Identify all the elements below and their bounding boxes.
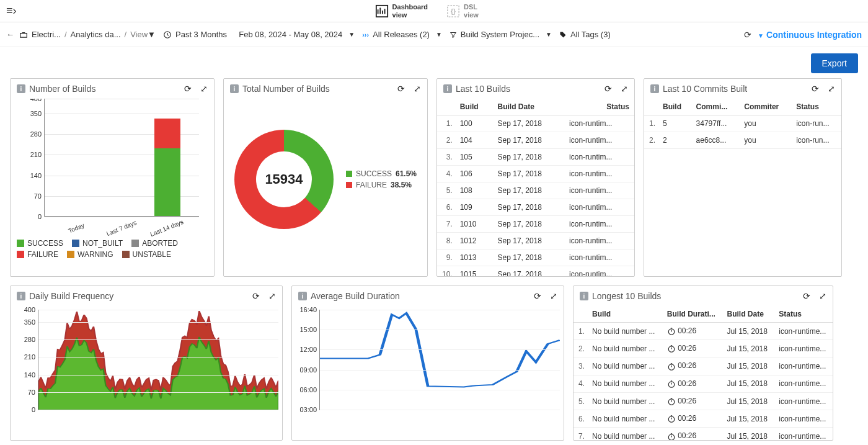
table-row[interactable]: 9.1013Sep 17, 2018icon-runtim... xyxy=(437,249,634,266)
crumb-mid[interactable]: Analytics da... xyxy=(71,30,121,39)
col-build[interactable]: Build xyxy=(455,99,493,115)
table-row[interactable]: 1.100Sep 17, 2018icon-runtim... xyxy=(437,115,634,132)
info-icon[interactable]: i xyxy=(17,84,25,93)
legend-item[interactable]: FAILURE xyxy=(17,250,58,259)
table-row[interactable]: 4.No build number ... 00:26Jul 15, 2018i… xyxy=(574,375,833,392)
panel-expand-icon[interactable]: ⤢ xyxy=(414,84,421,94)
table-row[interactable]: 2.2ae6cc8...youicon-run... xyxy=(644,132,841,149)
row-index: 1. xyxy=(574,323,587,340)
chevron-down-icon: ▼ xyxy=(758,32,764,39)
legend-item[interactable]: UNSTABLE xyxy=(122,250,171,259)
cell: icon-runtim... xyxy=(564,182,634,199)
col-dur[interactable]: Build Durati... xyxy=(662,306,722,323)
crumb-root[interactable]: Electri... xyxy=(32,30,61,39)
panel-refresh-icon[interactable]: ⟳ xyxy=(397,84,405,94)
menu-toggle-icon[interactable]: ≡› xyxy=(6,4,17,17)
table-row[interactable]: 6.109Sep 17, 2018icon-runtim... xyxy=(437,199,634,216)
table-row[interactable]: 3.No build number ... 00:26Jul 15, 2018i… xyxy=(574,357,833,375)
panel-expand-icon[interactable]: ⤢ xyxy=(200,84,208,94)
cell: icon-runtime... xyxy=(774,410,833,428)
panel-refresh-icon[interactable]: ⟳ xyxy=(184,84,192,94)
col-build[interactable]: Build xyxy=(658,99,691,115)
releases-icon: ››› xyxy=(362,31,369,38)
legend-item[interactable]: WARNING xyxy=(67,250,113,259)
table-row[interactable]: 3.105Sep 17, 2018icon-runtim... xyxy=(437,149,634,166)
filter-tags[interactable]: All Tags (3) xyxy=(559,30,611,39)
legend-item[interactable]: NOT_BUILT xyxy=(72,239,123,248)
cell: Jul 15, 2018 xyxy=(722,357,774,375)
table-row[interactable]: 6.No build number ... 00:26Jul 15, 2018i… xyxy=(574,410,833,428)
legend-item[interactable]: SUCCESS 61.5% xyxy=(346,169,417,178)
panel-expand-icon[interactable]: ⤢ xyxy=(621,84,628,94)
svg-point-9 xyxy=(668,416,674,422)
chevron-down-icon[interactable]: ▼ xyxy=(546,31,552,38)
col-build[interactable]: Build xyxy=(587,306,662,323)
info-icon[interactable]: i xyxy=(298,292,307,300)
export-button[interactable]: Export xyxy=(811,53,858,73)
y-tick: 70 xyxy=(11,389,35,396)
panel-refresh-icon[interactable]: ⟳ xyxy=(252,291,260,301)
legend-item[interactable]: ABORTED xyxy=(131,239,178,248)
col-status[interactable]: Status xyxy=(791,99,841,115)
crumb-sep: / xyxy=(64,30,67,39)
panel-refresh-icon[interactable]: ⟳ xyxy=(604,84,612,94)
table-row[interactable]: 10.1015Sep 17, 2018icon-runtim... xyxy=(437,266,634,277)
panel-expand-icon[interactable]: ⤢ xyxy=(828,84,835,94)
y-tick: 06:00 xyxy=(292,386,317,393)
filter-releases[interactable]: ››› All Releases (2) ▼ xyxy=(362,30,442,39)
chevron-down-icon[interactable]: ▼ xyxy=(348,31,355,38)
view-switch-dashboard[interactable]: Dashboardview xyxy=(375,3,428,18)
col-date[interactable]: Build Date xyxy=(722,306,774,323)
col-status[interactable]: Status xyxy=(774,306,833,323)
table-row[interactable]: 1.534797ff...youicon-run... xyxy=(644,115,841,132)
y-tick: 140 xyxy=(11,371,35,379)
cell: Jul 15, 2018 xyxy=(722,410,774,428)
panel-refresh-icon[interactable]: ⟳ xyxy=(534,291,541,301)
table-row[interactable]: 4.106Sep 17, 2018icon-runtim... xyxy=(437,166,634,182)
table-row[interactable]: 5.No build number ... 00:26Jul 15, 2018i… xyxy=(574,392,833,410)
back-icon[interactable]: ← xyxy=(6,30,14,39)
info-icon[interactable]: i xyxy=(230,84,239,93)
panel-refresh-icon[interactable]: ⟳ xyxy=(812,84,819,94)
ci-link[interactable]: ▼Continuous Integration xyxy=(758,30,862,40)
legend-item[interactable]: SUCCESS xyxy=(17,239,63,248)
crumb-leaf[interactable]: View xyxy=(130,30,148,39)
info-icon[interactable]: i xyxy=(580,292,588,300)
legend-item[interactable]: FAILURE 38.5% xyxy=(346,181,417,189)
view-switch-dsl[interactable]: {} DSLview xyxy=(446,3,479,18)
col-status[interactable]: Status xyxy=(564,99,634,115)
filter-project[interactable]: Build System Projec... ▼ xyxy=(450,30,552,39)
view-switch-dashboard-l2: view xyxy=(392,11,428,19)
cell: Sep 17, 2018 xyxy=(493,233,565,249)
col-committer[interactable]: Commiter xyxy=(739,99,791,115)
panel-expand-icon[interactable]: ⤢ xyxy=(819,291,826,301)
panel-expand-icon[interactable]: ⤢ xyxy=(550,291,557,301)
row-index: 8. xyxy=(437,233,455,249)
stopwatch-icon xyxy=(667,415,676,424)
crumb-dropdown-icon[interactable]: ▼ xyxy=(148,30,156,39)
info-icon[interactable]: i xyxy=(650,84,659,93)
table-row[interactable]: 1.No build number ... 00:26Jul 15, 2018i… xyxy=(574,323,833,340)
y-tick: 350 xyxy=(19,110,42,117)
panel-refresh-icon[interactable]: ⟳ xyxy=(803,291,810,301)
cell: icon-runtim... xyxy=(564,166,634,182)
table-row[interactable]: 7.No build number ... 00:26Jul 15, 2018i… xyxy=(574,428,833,440)
filter-period[interactable]: Past 3 Months Feb 08, 2024 - May 08, 202… xyxy=(163,30,355,39)
table-row[interactable]: 2.104Sep 17, 2018icon-runtim... xyxy=(437,132,634,149)
col-date[interactable]: Build Date xyxy=(493,99,565,115)
cell: 1013 xyxy=(455,249,493,266)
cell: icon-runtime... xyxy=(774,357,833,375)
table-row[interactable]: 5.108Sep 17, 2018icon-runtim... xyxy=(437,182,634,199)
panel-expand-icon[interactable]: ⤢ xyxy=(268,291,276,301)
info-icon[interactable]: i xyxy=(443,84,452,93)
col-commit[interactable]: Commi... xyxy=(691,99,740,115)
y-tick: 03:00 xyxy=(292,406,317,413)
info-icon[interactable]: i xyxy=(17,292,25,300)
refresh-icon[interactable]: ⟳ xyxy=(744,30,751,40)
table-row[interactable]: 8.1012Sep 17, 2018icon-runtim... xyxy=(437,233,634,249)
cell: 109 xyxy=(455,199,493,216)
cell: No build number ... xyxy=(587,357,662,375)
table-row[interactable]: 7.1010Sep 17, 2018icon-runtim... xyxy=(437,216,634,233)
chevron-down-icon[interactable]: ▼ xyxy=(436,31,442,38)
table-row[interactable]: 2.No build number ... 00:26Jul 15, 2018i… xyxy=(574,340,833,357)
